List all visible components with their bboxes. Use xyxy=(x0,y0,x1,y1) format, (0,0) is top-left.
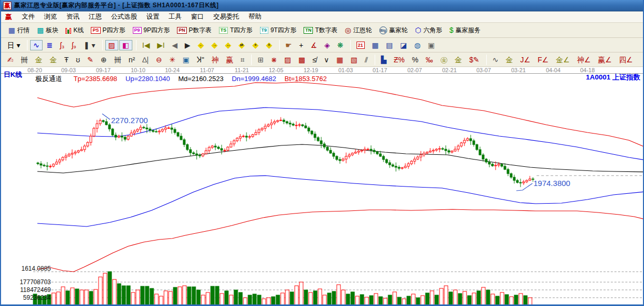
angle-line-tool[interactable]: ∆| xyxy=(139,55,152,65)
gold-box-tool[interactable]: 金 xyxy=(502,55,516,65)
box-measure-tool[interactable]: ⊞ xyxy=(254,55,267,65)
k-mark-tool[interactable]: Ʞ" xyxy=(194,55,207,65)
gold-angle-tool[interactable]: 金∠ xyxy=(553,55,573,65)
info-list-tool[interactable]: ≣ xyxy=(44,40,56,50)
menu-item-帮助[interactable]: 帮助 xyxy=(244,11,266,22)
stack9-tool[interactable]: ʃ₉ xyxy=(68,40,79,50)
hand-tool[interactable]: ☛ xyxy=(282,40,295,50)
candle-body xyxy=(112,129,114,135)
zigzag-tool[interactable]: ∿ xyxy=(30,40,43,50)
winner-wheel-button[interactable]: Big赢家轮 xyxy=(376,24,411,36)
expand-button[interactable]: ◆+ xyxy=(249,39,262,51)
print-tool[interactable]: ▣ xyxy=(425,40,438,50)
next-bar-button[interactable]: ▶ xyxy=(182,40,194,50)
tick-comb-tool[interactable]: 卌 xyxy=(111,55,125,65)
menu-item-工具[interactable]: 工具 xyxy=(164,11,186,22)
winner-service-button[interactable]: $赢家服务 xyxy=(446,24,484,36)
menu-item-资讯[interactable]: 资讯 xyxy=(62,11,84,22)
menu-item-窗口[interactable]: 窗口 xyxy=(186,11,209,22)
9p-square-button[interactable]: P99P四方形 xyxy=(130,24,173,36)
menu-item-交易委托[interactable]: 交易委托 xyxy=(209,11,244,22)
web-save-tool[interactable]: ◍ xyxy=(411,40,423,50)
menu-item-江恩[interactable]: 江恩 xyxy=(84,11,106,22)
gann-wheel-button[interactable]: ◎江恩轮 xyxy=(341,24,375,36)
volume-profile-tool[interactable]: ◧ xyxy=(119,40,132,50)
grid-red-tool[interactable]: ▦ xyxy=(333,55,346,65)
candle-body xyxy=(320,141,322,144)
percent-strike-tool[interactable]: Ƶ% xyxy=(391,55,408,65)
crosshair-tool[interactable]: + xyxy=(296,40,306,50)
f-angle-tool[interactable]: F∠ xyxy=(535,55,552,65)
notes-tool[interactable]: ▤ xyxy=(383,40,396,50)
time-circle-tool[interactable]: ⊕ xyxy=(98,55,110,65)
stack3-tool[interactable]: ʃ₃ xyxy=(57,40,67,50)
web-box-tool[interactable]: ▣ xyxy=(180,55,193,65)
candle-body xyxy=(445,149,447,151)
shift-both-button[interactable]: ◆↔ xyxy=(222,39,235,51)
histogram-tool[interactable]: ▙ xyxy=(378,55,390,65)
menu-item-文件[interactable]: 文件 xyxy=(17,11,39,22)
fan-box-tool[interactable]: ▨ xyxy=(281,55,294,65)
n2-tool[interactable]: n² xyxy=(126,55,138,65)
single-candle-dropdown[interactable]: ❚ ▾ xyxy=(80,40,99,50)
move-button[interactable]: ◆✳ xyxy=(263,39,275,51)
circle-cross-tool[interactable]: ⊖ xyxy=(153,55,165,65)
t-table-button[interactable]: TNT数字表 xyxy=(300,24,340,36)
arrow-fan-tool[interactable]: ≰ xyxy=(309,55,320,65)
draw-measure-tool[interactable]: ✎ xyxy=(84,55,97,65)
date-tick-09-03: 09-03 xyxy=(61,67,76,73)
pattern-search-tool[interactable]: ❋ xyxy=(334,40,347,50)
web-square-tool[interactable]: ▩ xyxy=(295,55,308,65)
f-tool[interactable]: Ŧ xyxy=(61,55,72,65)
first-bar-button[interactable]: I◀ xyxy=(139,40,153,50)
sectors-button[interactable]: ▩板块 xyxy=(34,24,61,36)
hexagon-button[interactable]: ⬡六角形 xyxy=(412,24,445,36)
menu-item-浏览[interactable]: 浏览 xyxy=(39,11,62,22)
grid-arrow-tool[interactable]: ▧ xyxy=(348,55,361,65)
win-angle-tool[interactable]: 赢∠ xyxy=(595,55,615,65)
save-tool[interactable]: ◪ xyxy=(397,40,410,50)
gold-ratio-tool[interactable]: 金 xyxy=(32,55,46,65)
last-bar-button[interactable]: ▶I xyxy=(154,40,168,50)
t-square-button[interactable]: TST四方形 xyxy=(216,24,256,36)
shen-angle-tool[interactable]: 神∠ xyxy=(574,55,594,65)
web-tool[interactable]: ✳ xyxy=(166,55,179,65)
spiral-tool[interactable]: ʊ xyxy=(73,55,83,65)
j-angle-tool[interactable]: J∠ xyxy=(517,55,533,65)
chart-area[interactable]: 08-2009-0309-1710-1010-2411-0711-2112-05… xyxy=(1,67,643,306)
percent-line-tool[interactable]: ‰ xyxy=(422,55,436,65)
kline-button[interactable]: K线 xyxy=(62,24,87,36)
time-ruler-tool[interactable]: 卌 xyxy=(18,55,31,65)
calendar-tool[interactable]: 21 xyxy=(353,40,368,50)
angle-tool[interactable]: ∡ xyxy=(308,40,321,50)
shift-left-button[interactable]: ◆← xyxy=(195,39,207,51)
p-square-button[interactable]: PSP四方形 xyxy=(88,24,128,36)
four-angle-tool[interactable]: 四∠ xyxy=(616,55,636,65)
gold-circle-tool[interactable]: ㊎ xyxy=(437,55,450,65)
prev-bar-button[interactable]: ◀ xyxy=(169,40,181,50)
compress-button[interactable]: ◆⇄ xyxy=(236,39,248,51)
candle-body xyxy=(252,135,254,137)
win-tool[interactable]: 赢 xyxy=(223,55,237,65)
three-fan-tool[interactable]: ⫽ xyxy=(362,55,371,65)
menu-item-公式选股[interactable]: 公式选股 xyxy=(106,11,142,22)
gold-under-tool[interactable]: 金 xyxy=(451,55,465,65)
quotes-button[interactable]: ▦行情 xyxy=(5,24,33,36)
wave-tool[interactable]: ∿ xyxy=(489,55,502,65)
v-shape-tool[interactable]: ∨ xyxy=(321,55,332,65)
pencil-tool[interactable]: ✍ xyxy=(4,55,17,65)
fan-lines-tool[interactable]: ⋇ xyxy=(268,55,280,65)
shen-tool[interactable]: 神 xyxy=(209,55,222,65)
menu-item-设置[interactable]: 设置 xyxy=(142,11,164,22)
dollar-pen-tool[interactable]: $✎ xyxy=(466,55,483,65)
ruler123-tool[interactable]: ⌗ xyxy=(238,55,248,65)
shift-right-button[interactable]: ◆→ xyxy=(208,39,221,51)
p-table-button[interactable]: PNP数字表 xyxy=(174,24,215,36)
pattern-tool[interactable]: ▨ xyxy=(105,40,118,50)
gold-line-tool[interactable]: 金 xyxy=(47,55,60,65)
percent-tool[interactable]: % xyxy=(409,55,421,65)
9t-square-button[interactable]: T99T四方形 xyxy=(257,24,300,36)
gann-box-tool[interactable]: ◈ xyxy=(321,40,333,50)
calculator-tool[interactable]: ▦ xyxy=(369,40,382,50)
period-day-dropdown[interactable]: 日 ▾ xyxy=(4,40,23,50)
